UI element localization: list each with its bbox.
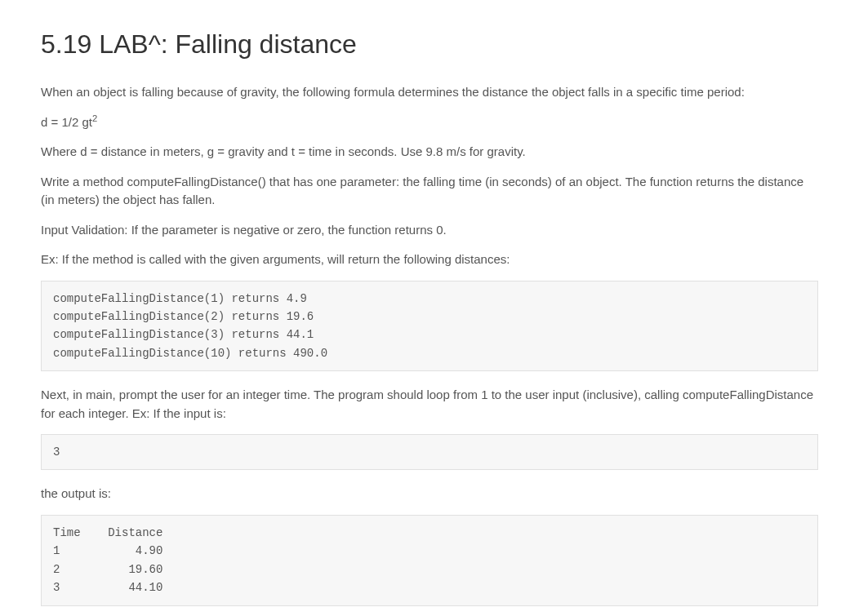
- page-title: 5.19 LAB^: Falling distance: [41, 24, 818, 64]
- formula-exponent: 2: [92, 113, 97, 123]
- formula-text: d = 1/2 gt: [41, 115, 92, 129]
- example-output-code: Time Distance 1 4.90 2 19.60 3 44.10: [41, 515, 818, 606]
- example-intro-paragraph: Ex: If the method is called with the giv…: [41, 250, 818, 269]
- validation-paragraph: Input Validation: If the parameter is ne…: [41, 221, 818, 240]
- output-intro-paragraph: the output is:: [41, 485, 818, 503]
- example-returns-code: computeFallingDistance(1) returns 4.9 co…: [41, 281, 818, 372]
- main-loop-paragraph: Next, in main, prompt the user for an in…: [41, 386, 818, 423]
- intro-paragraph: When an object is falling because of gra…: [41, 83, 818, 102]
- definitions-paragraph: Where d = distance in meters, g = gravit…: [41, 143, 818, 162]
- method-description-paragraph: Write a method computeFallingDistance() …: [41, 173, 818, 210]
- example-input-code: 3: [41, 434, 818, 470]
- formula: d = 1/2 gt2: [41, 113, 818, 132]
